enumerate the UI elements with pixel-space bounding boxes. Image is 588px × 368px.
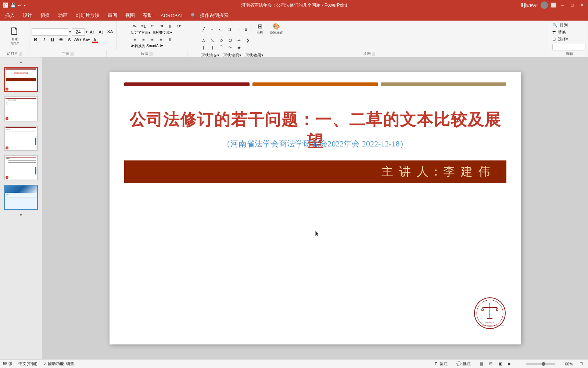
restore-btn[interactable]: □ <box>569 2 576 8</box>
font-size-input[interactable] <box>72 28 85 36</box>
shadow-btn[interactable]: S <box>65 36 74 43</box>
shape-bracket-btn[interactable]: { <box>200 44 208 51</box>
font-size-dropdown[interactable]: ▾ <box>86 30 87 34</box>
slide-speaker-box[interactable]: 主 讲 人：李 建 伟 <box>124 160 506 183</box>
quick-styles-btn[interactable]: 🎨 快速样式 <box>268 22 285 36</box>
menu-slideshow[interactable]: 幻灯片放映 <box>72 11 103 20</box>
shape-wave-btn[interactable]: 〜 <box>226 44 234 51</box>
quick-access-undo[interactable]: ↩ <box>18 3 22 8</box>
font-color-btn[interactable]: A <box>91 36 99 43</box>
bullets-btn[interactable]: ≡• <box>131 23 139 29</box>
menu-insert[interactable]: 插入 <box>1 11 18 20</box>
shape-triangle-btn[interactable]: △ <box>200 37 208 43</box>
menu-review[interactable]: 审阅 <box>104 11 121 20</box>
drawing-expand-btn[interactable]: ⬜ <box>372 52 375 56</box>
menu-help[interactable]: 帮助 <box>139 11 156 20</box>
font-expand-btn[interactable]: ⬜ <box>70 52 74 56</box>
shape-line-btn[interactable]: ╱ <box>200 26 208 32</box>
section-labels: 幻灯片 ⬜ 字体 ⬜ 段落 ⬜ 绘图 ⬜ 编辑 <box>0 50 588 57</box>
shape-arc-btn[interactable]: ⌒ <box>217 44 225 51</box>
convert-smartart-label[interactable]: 转换为 SmartArt▾ <box>135 43 163 49</box>
text-direction-label[interactable]: 文字方向▾ <box>134 30 150 35</box>
view-reading-btn[interactable]: ▣ <box>496 361 504 367</box>
slide-thumb-2[interactable]: 一、公司法修订概况 1. ... 2. ... ① <box>4 96 38 121</box>
justify-btn[interactable]: ≡ <box>157 36 165 43</box>
menu-design[interactable]: 设计 <box>19 11 36 20</box>
view-normal-btn[interactable]: ▦ <box>477 361 485 367</box>
underline-btn[interactable]: U <box>49 36 57 43</box>
strikethrough-btn[interactable]: S <box>57 36 65 43</box>
spacing-btn[interactable]: AV▾ <box>74 36 82 43</box>
shape-rect-btn[interactable]: ▭ <box>216 26 225 32</box>
shape-diamond-btn[interactable]: ◇ <box>217 37 225 43</box>
ribbon-search-input[interactable] <box>552 44 585 50</box>
new-slide-btn[interactable]: 🗋 新建幻灯片 <box>6 22 24 49</box>
select-label[interactable]: 选择▾ <box>556 36 570 42</box>
window-layout-btn[interactable]: ⬜ <box>551 3 556 8</box>
comments-btn[interactable]: 💬 批注 <box>454 361 473 367</box>
menu-animations[interactable]: 动画 <box>54 11 71 20</box>
columns-btn[interactable]: ⫿ <box>166 23 174 29</box>
menu-view[interactable]: 视图 <box>122 11 139 20</box>
scroll-up-btn[interactable]: ▲ <box>0 59 42 65</box>
close-btn[interactable]: ✕ <box>578 2 585 8</box>
font-name-input[interactable] <box>32 28 68 36</box>
clear-format-btn[interactable]: ✕A <box>106 29 114 35</box>
italic-btn[interactable]: I <box>40 36 48 43</box>
slide-canvas[interactable]: 公司法修订的若干问题：一、二草的文本比较及展望 （河南省法学会商法学研究会202… <box>110 72 521 344</box>
find-label[interactable]: 排列 <box>558 22 569 28</box>
decrease-indent-btn[interactable]: ⇤ <box>148 23 157 29</box>
arrange-btn[interactable]: ⊞ 排列 <box>252 22 267 36</box>
shape-more-btn[interactable]: ⊞ <box>242 26 250 32</box>
view-slideshow-btn[interactable]: ▶ <box>506 361 513 367</box>
increase-font-btn[interactable]: A↑ <box>88 29 96 35</box>
zoom-slider[interactable] <box>526 363 555 365</box>
align-right-btn[interactable]: ≡ <box>148 36 157 43</box>
align-center-btn[interactable]: ≡ <box>140 36 148 43</box>
shape-round-rect-btn[interactable]: ▢ <box>225 26 233 32</box>
bold-btn[interactable]: B <box>32 36 40 43</box>
fit-window-btn[interactable]: ⊡ <box>577 361 585 367</box>
drawing-section-label: 绘图 ⬜ <box>187 50 551 57</box>
slide-thumb-1[interactable]: 公司法修订的若干问题 ① <box>4 67 38 92</box>
align-text-label[interactable]: 对齐文本▾ <box>155 30 172 35</box>
zoom-out-btn[interactable]: − <box>517 361 524 367</box>
menu-transitions[interactable]: 切换 <box>37 11 54 20</box>
replace-label[interactable]: 替换 <box>556 29 567 35</box>
slide-thumb-3[interactable]: 文本内容 ① <box>4 126 38 151</box>
slide-4-badge: ① <box>6 176 8 179</box>
shape-arrow-btn[interactable]: → <box>208 26 216 32</box>
shape-star-btn[interactable]: ★ <box>235 44 243 51</box>
user-name: li jianwei <box>521 3 538 8</box>
accessibility-status[interactable]: ✓ 辅助功能: 调查 <box>43 361 74 367</box>
minimize-btn[interactable]: ─ <box>559 2 566 8</box>
shape-arrow2-btn[interactable]: ⇒ <box>235 37 243 43</box>
shape-oval-btn[interactable]: ○ <box>233 26 241 32</box>
view-sorter-btn[interactable]: ⊞ <box>487 361 495 367</box>
quick-access-menu[interactable]: ▾ <box>24 3 26 7</box>
paragraph-expand-btn[interactable]: ⬜ <box>149 52 153 56</box>
slides-expand-btn[interactable]: ⬜ <box>19 52 22 56</box>
shape-brace-btn[interactable]: } <box>208 44 216 51</box>
numbering-btn[interactable]: ≡1 <box>140 23 148 29</box>
subtitle-text: （河南省法学会商法学研究会2022年会 2022-12-18） <box>222 139 408 148</box>
shape-right-triangle-btn[interactable]: ◺ <box>208 37 216 43</box>
font-name-dropdown[interactable]: ▾ <box>69 30 71 34</box>
quick-access-save[interactable]: 💾 <box>10 3 16 8</box>
zoom-in-btn[interactable]: + <box>557 361 563 367</box>
shape-pentagon-btn[interactable]: ⬠ <box>226 37 234 43</box>
columns2-btn[interactable]: ⫿ <box>166 36 174 43</box>
scroll-down-btn[interactable]: ▼ <box>0 212 42 218</box>
notes-btn[interactable]: 🗒 备注 <box>432 361 450 367</box>
slide-subtitle[interactable]: （河南省法学会商法学研究会2022年会 2022-12-18） <box>124 138 506 149</box>
shape-chevron-btn[interactable]: ❯ <box>244 37 252 43</box>
slide-thumb-5[interactable]: 内容... <box>4 185 38 210</box>
increase-indent-btn[interactable]: ⇥ <box>157 23 165 29</box>
case-btn[interactable]: Aa▾ <box>82 36 90 43</box>
line-spacing-btn[interactable]: ↕▾ <box>175 23 183 29</box>
menu-acrobat[interactable]: ACROBAT <box>157 11 187 20</box>
slide-thumb-4[interactable]: 文本内容 ① <box>4 155 38 180</box>
search-label[interactable]: 操作说明搜索 <box>196 11 232 20</box>
align-left-btn[interactable]: ≡ <box>131 36 139 43</box>
decrease-font-btn[interactable]: A↓ <box>97 29 105 35</box>
